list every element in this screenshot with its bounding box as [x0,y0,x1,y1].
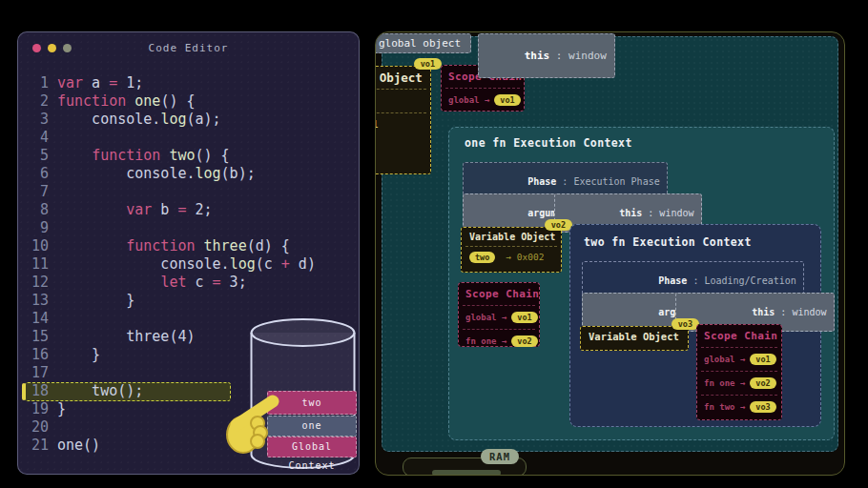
scope-entry-pill: vo1 [511,312,537,323]
code-text: } [57,346,100,364]
scope-entry-label: global → [704,355,745,364]
code-text: two(); [57,382,143,400]
global-object-tab: global object [375,33,471,53]
ram-sub-label-pill [432,470,501,476]
ram-container: one fn Execution Context Phase : Executi… [375,31,845,476]
scope-entry-pill: vo3 [750,401,775,413]
code-line-10: 10 function three(d) { [18,237,359,255]
line-number: 6 [28,165,49,183]
stage: Code Editor 1var a = 1;2function one() {… [0,0,868,488]
variable-object-vo3: vo3 Variable Object [580,326,689,351]
line-number: 9 [28,219,49,237]
vo1-entry-row [375,90,430,112]
line-number: 16 [28,346,49,364]
global-this-badge: this : window [478,33,615,78]
vo3-pill: vo3 [672,318,699,330]
code-text: var b = 2; [57,201,213,219]
code-text: one() [57,437,100,455]
scope-entry-label: global → [465,313,506,322]
line-number: 12 [28,274,49,292]
vo1-entry-fragment: 1 [375,113,430,131]
code-line-5: 5 function two() { [18,147,359,165]
code-line-12: 12 let c = 3; [18,274,359,292]
line-number: 3 [28,111,49,129]
code-text: console.log(a); [57,111,221,129]
code-line-11: 11 console.log(c + d) [18,255,359,274]
scope-entry-label: fn two → [704,402,745,412]
vo2-entry: two → 0x002 [462,247,561,268]
code-line-13: 13 } [18,292,359,310]
line-number: 10 [28,237,49,255]
line-number: 17 [28,364,49,382]
line-number: 14 [28,310,49,328]
one-fn-execution-context-panel: one fn Execution Context Phase : Executi… [448,127,835,440]
code-line-8: 8 var b = 2; [18,201,359,219]
code-text: let c = 3; [57,274,247,292]
code-line-1: 1var a = 1; [18,74,359,92]
scope-entry-pill: vo1 [750,354,775,365]
line-number: 13 [28,292,49,310]
code-text: function two() { [57,147,230,165]
vo2-pill: vo2 [545,219,572,231]
scope-chain-two-fn: Scope Chainglobal →vo1fn one →vo2fn two … [696,324,782,420]
scope-chain-entry: fn two →vo3 [697,396,781,418]
scope-entry-label: fn one → [465,336,506,346]
code-text: console.log(c + d) [57,255,316,274]
scope-chain-one-fn: Scope Chainglobal →vo1fn one →vo2 [458,282,540,347]
scope-chain-title: Scope Chain [697,325,781,347]
line-number: 18 [28,382,49,400]
line-number: 11 [28,255,49,274]
code-text: function one() { [57,92,196,111]
code-text: three(4) [57,328,196,346]
code-line-9: 9 [18,219,359,237]
code-text: } [57,400,66,418]
variable-object-vo1: vo1 Variable Object 1 [375,66,431,174]
ram-label: RAM [481,449,519,464]
code-line-2: 2function one() { [18,92,359,111]
line-number: 7 [28,183,49,201]
scope-chain-entry: fn one →vo2 [459,330,539,353]
code-line-4: 4 [18,129,359,147]
line-number: 15 [28,328,49,346]
code-text: var a = 1; [57,74,143,92]
scope-entry-pill: vo2 [750,377,775,389]
scope-entry-pill: vo1 [494,94,520,106]
scope-chain-entry: fn one →vo2 [697,372,781,395]
code-text: function three(d) { [57,237,290,255]
variable-object-vo2: vo2 Variable Object two → 0x002 [461,227,562,273]
line-number: 8 [28,201,49,219]
line-number: 1 [28,74,49,92]
scope-chain-entry: global →vo1 [459,306,539,329]
two-fn-execution-context-panel: two fn Execution Context Phase : Loading… [569,224,821,427]
code-text: console.log(b); [57,165,256,183]
line-number: 5 [28,147,49,165]
editor-title: Code Editor [18,42,359,54]
line-number: 19 [28,400,49,418]
scope-entry-label: global → [448,95,489,105]
line-number: 20 [28,418,49,437]
scope-chain-entry: global →vo1 [697,348,781,371]
two-ec-title: two fn Execution Context [584,235,752,249]
scope-chain-title: Scope Chain [459,283,539,305]
one-ec-title: one fn Execution Context [465,136,632,150]
line-number: 4 [28,129,49,147]
scope-entry-label: fn one → [704,378,745,388]
code-line-7: 7 [18,183,359,201]
scope-chain-entry: global →vo1 [442,89,524,112]
code-line-3: 3 console.log(a); [18,111,359,129]
vo1-pill: vo1 [414,58,442,70]
scope-entry-pill: vo2 [511,336,537,347]
line-number: 21 [28,437,49,455]
code-line-6: 6 console.log(b); [18,165,359,183]
pointing-hand-icon [217,376,290,461]
line-number: 2 [28,92,49,111]
code-text: } [57,292,134,310]
